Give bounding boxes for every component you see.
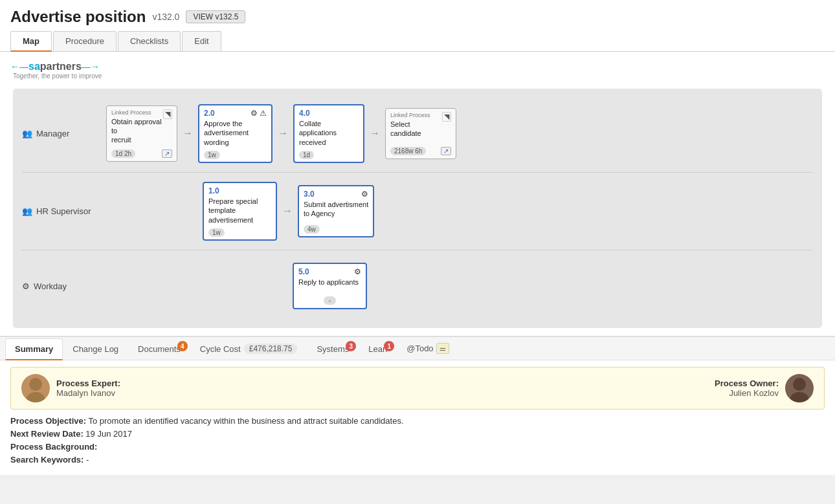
proc-box-1[interactable]: 1.0 Prepare specialtemplateadvertisement… [203, 182, 277, 241]
page-title: Advertise position [10, 8, 146, 26]
workday-icon: ⚙ [22, 281, 30, 291]
tab-map[interactable]: Map [10, 31, 52, 52]
background-label: Process Background: [10, 442, 97, 452]
bottom-tab-documents[interactable]: Documents 4 [128, 338, 190, 360]
tab-edit[interactable]: Edit [182, 31, 221, 51]
keywords-value: - [86, 455, 89, 465]
proc-box-2[interactable]: 2.0 ⚙ ⚠ Approve theadvertisementwording … [198, 104, 273, 163]
systems-badge: 3 [346, 341, 356, 351]
bottom-tab-todo[interactable]: @Todo ⚌ [397, 337, 458, 360]
proc-box-linked-1[interactable]: Linked Process ◥ Obtain approval torecru… [106, 105, 177, 162]
gear-icon-2: ⚙ [251, 109, 258, 118]
review-label: Next Review Date: [10, 429, 84, 439]
main-tabs: Map Procedure Checklists Edit [10, 31, 825, 51]
meta-section: Process Objective: To promote an identif… [10, 416, 825, 465]
objective-text: To promote an identified vacancy within … [88, 416, 403, 426]
process-expert-label: Process Expert: [56, 378, 120, 388]
gear-icon-5: ⚙ [354, 267, 361, 276]
process-owner-avatar [785, 374, 814, 402]
svg-point-3 [790, 392, 808, 402]
proc-box-3[interactable]: 3.0 ⚙ Submit advertismentto Agency 4w [298, 185, 374, 237]
bottom-tabs-container: Summary Change Log Documents 4 Cycle Cos… [0, 337, 835, 360]
version-label: v132.0 [152, 12, 179, 22]
process-expert-avatar [21, 374, 50, 402]
svg-point-2 [793, 378, 806, 391]
arrow-4: → [282, 205, 293, 217]
hr-icon: 👥 [22, 206, 32, 216]
process-expert-info: Process Expert: Madalyn Ivanov [21, 374, 120, 402]
process-expert-name: Madalyn Ivanov [56, 388, 120, 398]
gear-icon-3: ⚙ [361, 190, 368, 199]
bottom-tab-systems[interactable]: Systems 3 [307, 338, 359, 360]
svg-point-1 [27, 392, 45, 402]
process-owner-info: Process Owner: Julien Kozlov [715, 374, 814, 402]
arrow-3: → [370, 127, 380, 139]
bottom-tab-cyclecost[interactable]: Cycle Cost £476,218.75 [190, 338, 307, 360]
logo-tagline: Together, the power to improve [13, 72, 102, 80]
todo-badge: ⚌ [436, 343, 449, 354]
expert-avatar-svg [21, 374, 50, 402]
swimlane-workday: ⚙ Workday 5.0 ⚙ Reply to applicants [22, 250, 813, 322]
sa-logo: ←— sapartners —→ Together, the power to … [10, 61, 825, 80]
page-header: Advertise position v132.0 VIEW v132.5 Ma… [0, 0, 835, 52]
cycle-cost-value: £476,218.75 [244, 344, 298, 354]
background-row: Process Background: [10, 442, 825, 452]
tab-checklists[interactable]: Checklists [118, 31, 181, 51]
process-owner-label: Process Owner: [715, 378, 779, 388]
bottom-tab-summary[interactable]: Summary [5, 338, 63, 360]
proc-box-linked-2[interactable]: Linked Process ◥ Select candidate 2168w … [385, 108, 456, 160]
owner-avatar-svg [785, 374, 814, 402]
review-row: Next Review Date: 19 Jun 2017 [10, 429, 825, 439]
swimlane-hr-label: 👥 HR Supervisor [22, 206, 106, 216]
persons-row: Process Expert: Madalyn Ivanov Process O… [10, 367, 825, 410]
bottom-tab-changelog[interactable]: Change Log [63, 338, 128, 360]
keywords-row: Search Keywords: - [10, 455, 825, 465]
proc-box-4[interactable]: 4.0 Collateapplicationsreceived 1d [293, 104, 364, 163]
manager-icon: 👥 [22, 129, 32, 138]
swimlane-hr: 👥 HR Supervisor 1.0 Prepare specialtempl… [22, 173, 813, 250]
arrow-1: → [183, 127, 193, 139]
documents-badge: 4 [177, 341, 188, 351]
keywords-label: Search Keywords: [10, 455, 84, 465]
svg-point-0 [29, 378, 42, 391]
warning-icon-2: ⚠ [260, 109, 267, 118]
map-area: ←— sapartners —→ Together, the power to … [0, 52, 835, 337]
review-date: 19 Jun 2017 [85, 429, 132, 439]
arrow-2: → [278, 127, 288, 139]
view-version-button[interactable]: VIEW v132.5 [186, 10, 245, 23]
bottom-tab-lean[interactable]: Lean 1 [359, 338, 397, 360]
swimlane-manager-label: 👥 Manager [22, 129, 106, 138]
proc-box-5[interactable]: 5.0 ⚙ Reply to applicants - [293, 263, 367, 309]
process-owner-name: Julien Kozlov [715, 388, 779, 398]
swimlane-diagram: 👥 Manager Linked Process ◥ Obtain approv… [13, 89, 822, 328]
lean-badge: 1 [384, 341, 394, 351]
swimlane-manager: 👥 Manager Linked Process ◥ Obtain approv… [22, 95, 813, 173]
summary-content: Process Expert: Madalyn Ivanov Process O… [0, 360, 835, 475]
objective-row: Process Objective: To promote an identif… [10, 416, 825, 426]
swimlane-workday-label: ⚙ Workday [22, 281, 106, 291]
tab-procedure[interactable]: Procedure [53, 31, 117, 51]
objective-label: Process Objective: [10, 416, 86, 426]
logo-text: sa [28, 61, 40, 72]
